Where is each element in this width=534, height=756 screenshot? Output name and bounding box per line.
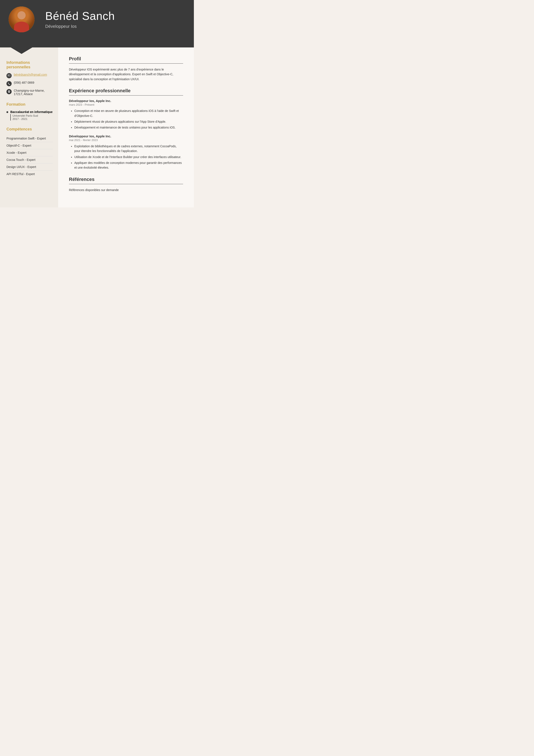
job-bullet: Appliquer des modèles de conception mode…	[74, 160, 183, 170]
address-item: Champigny-sur-Marne, 17217, Alsace	[7, 89, 53, 96]
skill-item: Cocoa Touch - Expert	[7, 156, 53, 163]
job-bullet: Conception et mise en œuvre de plusieurs…	[74, 108, 183, 118]
phone-value: (056) 487 0869	[14, 81, 34, 84]
phone-item: (056) 487 0869	[7, 81, 53, 86]
job-bullet: Développement et maintenance de tests un…	[74, 125, 183, 130]
header-text: Bénéd Sanch Développeur Ios	[45, 10, 115, 29]
formation-school: Université Paris-Sud	[13, 114, 53, 117]
competences-title: Compétences	[7, 127, 53, 131]
formation-section: Formation Baccalauréat en informatique U…	[7, 102, 53, 121]
formation-degree: Baccalauréat en informatique	[10, 110, 53, 114]
email-item: bénédsanch@gmail.com	[7, 73, 53, 78]
job-period: mars 2023 - Présent	[69, 103, 183, 106]
job-item: Développeur Ios, Apple Inc.mai 2021 - fé…	[69, 134, 183, 170]
experience-section: Expérience professionnelle Développeur I…	[69, 88, 183, 170]
job-bullet: Exploitation de bibliothèques et de cadr…	[74, 144, 183, 153]
skill-item: Xcode - Expert	[7, 149, 53, 156]
skill-item: Programmation Swift - Expert	[7, 135, 53, 142]
header: Bénéd Sanch Développeur Ios	[0, 0, 194, 39]
competences-section: Compétences Programmation Swift - Expert…	[7, 127, 53, 177]
contact-list: bénédsanch@gmail.com (056) 487 0869 Cham…	[7, 73, 53, 96]
job-period: mai 2021 - février 2023	[69, 138, 183, 142]
job-bullets: Exploitation de bibliothèques et de cadr…	[69, 144, 183, 170]
avatar-image	[9, 7, 35, 32]
main-layout: Informations personnelles bénédsanch@gma…	[0, 47, 194, 207]
location-icon	[7, 89, 12, 94]
formation-title: Formation	[7, 102, 53, 107]
formation-details: Baccalauréat en informatique Université …	[10, 110, 53, 121]
job-title: Développeur Ios, Apple Inc.	[69, 99, 183, 103]
job-title: Développeur Ios, Apple Inc.	[69, 134, 183, 138]
address-value: Champigny-sur-Marne, 17217, Alsace	[14, 89, 53, 96]
job-item: Développeur Ios, Apple Inc.mars 2023 - P…	[69, 99, 183, 130]
avatar	[9, 7, 35, 32]
formation-years: 2017 - 2021	[13, 117, 53, 121]
job-bullets: Conception et mise en œuvre de plusieurs…	[69, 108, 183, 130]
formation-school-years: Université Paris-Sud 2017 - 2021	[10, 114, 53, 121]
personal-info-title: Informations personnelles	[7, 60, 53, 69]
skills-list: Programmation Swift - ExpertObjectif-C -…	[7, 135, 53, 177]
references-section: Références Références disponibles sur de…	[69, 176, 183, 192]
jobs-list: Développeur Ios, Apple Inc.mars 2023 - P…	[69, 99, 183, 170]
email-value[interactable]: bénédsanch@gmail.com	[14, 73, 47, 76]
formation-dot	[7, 111, 8, 113]
content-area: Profil Développeur IOS expérimenté avec …	[58, 47, 194, 207]
references-title: Références	[69, 176, 183, 182]
profil-title: Profil	[69, 56, 183, 62]
references-text: Références disponibles sur demande	[69, 188, 183, 192]
experience-title: Expérience professionnelle	[69, 88, 183, 94]
chevron-decoration	[0, 39, 194, 47]
profil-section: Profil Développeur IOS expérimenté avec …	[69, 56, 183, 82]
experience-divider	[69, 95, 183, 95]
job-bullet: Déploiement réussi de plusieurs applicat…	[74, 119, 183, 124]
email-icon	[7, 73, 12, 78]
phone-icon	[7, 81, 12, 86]
skill-item: API RESTful - Expert	[7, 171, 53, 177]
candidate-title: Développeur Ios	[45, 24, 115, 29]
profil-text: Développeur IOS expérimenté avec plus de…	[69, 67, 183, 82]
skill-item: Objectif-C - Expert	[7, 142, 53, 149]
personal-info-section: Informations personnelles bénédsanch@gma…	[7, 60, 53, 96]
sidebar: Informations personnelles bénédsanch@gma…	[0, 47, 58, 207]
formation-item: Baccalauréat en informatique Université …	[7, 110, 53, 121]
candidate-name: Bénéd Sanch	[45, 10, 115, 22]
job-bullet: Utilisation de Xcode et de l'Interface B…	[74, 155, 183, 159]
skill-item: Design UI/UX - Expert	[7, 163, 53, 171]
